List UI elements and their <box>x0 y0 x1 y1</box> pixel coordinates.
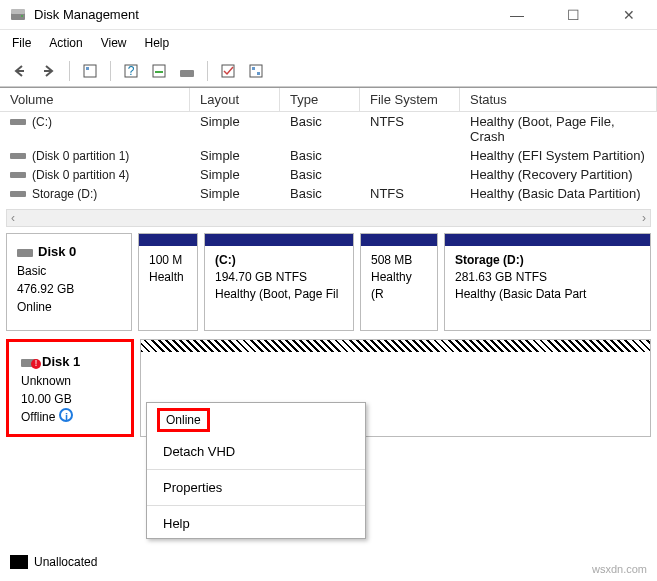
col-status[interactable]: Status <box>460 88 657 111</box>
title-bar: Disk Management — ☐ ✕ <box>0 0 657 30</box>
table-row[interactable]: (Disk 0 partition 1) Simple Basic Health… <box>0 146 657 165</box>
svg-rect-18 <box>10 172 26 178</box>
volume-list: (C:) Simple Basic NTFS Healthy (Boot, Pa… <box>0 112 657 203</box>
svg-rect-16 <box>10 119 26 125</box>
toolbar-icon[interactable] <box>79 60 101 82</box>
menu-action[interactable]: Action <box>49 36 82 50</box>
svg-rect-4 <box>44 70 52 72</box>
svg-rect-14 <box>252 67 255 70</box>
svg-point-2 <box>21 15 23 17</box>
volume-icon <box>10 189 26 199</box>
partition-box[interactable]: (C:)194.70 GB NTFSHealthy (Boot, Page Fi… <box>204 233 354 331</box>
scroll-left-icon[interactable]: ‹ <box>11 211 15 225</box>
toolbar: ? <box>0 56 657 87</box>
menu-view[interactable]: View <box>101 36 127 50</box>
partition-box[interactable]: 100 MHealth <box>138 233 198 331</box>
svg-rect-19 <box>10 191 26 197</box>
legend-label: Unallocated <box>34 555 97 569</box>
context-menu: Online Detach VHD Properties Help <box>146 402 366 539</box>
col-layout[interactable]: Layout <box>190 88 280 111</box>
table-row[interactable]: (Disk 0 partition 4) Simple Basic Health… <box>0 165 657 184</box>
svg-rect-11 <box>180 70 194 77</box>
svg-rect-17 <box>10 153 26 159</box>
horizontal-scrollbar[interactable]: ‹ › <box>6 209 651 227</box>
watermark: wsxdn.com <box>592 563 647 575</box>
highlight-disk1: !Disk 1 Unknown 10.00 GB Offlinei <box>6 339 134 437</box>
disk-icon <box>17 245 33 257</box>
scroll-right-icon[interactable]: › <box>642 211 646 225</box>
volume-icon <box>10 151 26 161</box>
error-badge-icon: ! <box>31 359 41 369</box>
help-icon[interactable]: ? <box>120 60 142 82</box>
toolbar-icon[interactable] <box>245 60 267 82</box>
toolbar-icon[interactable] <box>176 60 198 82</box>
menu-help[interactable]: Help <box>145 36 170 50</box>
disk1-header[interactable]: !Disk 1 Unknown 10.00 GB Offlinei <box>11 344 129 432</box>
col-volume[interactable]: Volume <box>0 88 190 111</box>
svg-rect-15 <box>257 72 260 75</box>
disk-icon: ! <box>21 355 37 367</box>
disk0-header[interactable]: Disk 0 Basic 476.92 GB Online <box>6 233 132 331</box>
context-detach-vhd[interactable]: Detach VHD <box>147 437 365 466</box>
context-help[interactable]: Help <box>147 509 365 538</box>
context-properties[interactable]: Properties <box>147 473 365 502</box>
table-row[interactable]: Storage (D:) Simple Basic NTFS Healthy (… <box>0 184 657 203</box>
svg-rect-6 <box>86 67 89 70</box>
menu-bar: File Action View Help <box>0 30 657 56</box>
toolbar-icon[interactable] <box>217 60 239 82</box>
info-icon[interactable]: i <box>59 408 73 422</box>
back-button[interactable] <box>10 60 32 82</box>
legend-swatch-unallocated <box>10 555 28 569</box>
volume-icon <box>10 117 26 127</box>
col-type[interactable]: Type <box>280 88 360 111</box>
svg-rect-10 <box>155 71 163 73</box>
disk-row: Disk 0 Basic 476.92 GB Online 100 MHealt… <box>6 233 651 331</box>
volume-columns: Volume Layout Type File System Status <box>0 87 657 112</box>
toolbar-icon[interactable] <box>148 60 170 82</box>
svg-rect-3 <box>16 70 24 72</box>
svg-rect-1 <box>11 9 25 14</box>
maximize-button[interactable]: ☐ <box>555 7 591 23</box>
highlight-online: Online <box>157 408 210 432</box>
svg-rect-5 <box>84 65 96 77</box>
window-title: Disk Management <box>34 7 499 22</box>
col-fs[interactable]: File System <box>360 88 460 111</box>
partition-box[interactable]: 508 MBHealthy (R <box>360 233 438 331</box>
legend: Unallocated <box>10 555 97 569</box>
app-icon <box>10 7 26 23</box>
forward-button[interactable] <box>38 60 60 82</box>
close-button[interactable]: ✕ <box>611 7 647 23</box>
partition-box[interactable]: Storage (D:)281.63 GB NTFSHealthy (Basic… <box>444 233 651 331</box>
table-row[interactable]: (C:) Simple Basic NTFS Healthy (Boot, Pa… <box>0 112 657 146</box>
context-online[interactable]: Online <box>147 403 365 437</box>
volume-icon <box>10 170 26 180</box>
svg-text:?: ? <box>128 64 135 78</box>
minimize-button[interactable]: — <box>499 7 535 23</box>
svg-rect-13 <box>250 65 262 77</box>
menu-file[interactable]: File <box>12 36 31 50</box>
